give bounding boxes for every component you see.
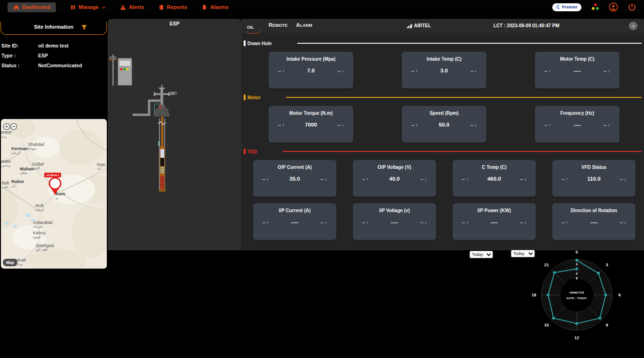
high-limit-indicator: -- ↑ xyxy=(552,220,577,225)
metric-title: Motor Temp (C) xyxy=(535,56,620,62)
metric-value: 3.0 xyxy=(427,68,461,73)
low-limit-indicator: -- ↓ xyxy=(594,68,620,73)
angle-label: 21 xyxy=(544,263,549,267)
tab-oil[interactable]: Oil xyxy=(247,22,260,34)
metric-value: ---- xyxy=(477,219,511,225)
metric-card: Motor Temp (C)-- ↑------ ↓ xyxy=(535,52,620,88)
esp-well-diagram xyxy=(108,19,241,250)
metric-card: VFD Status-- ↑110.0-- ↓ xyxy=(552,160,636,197)
tab-alarm[interactable]: Alarm xyxy=(296,22,312,34)
site-info-row: Type : ESP xyxy=(0,50,107,60)
metric-title: O/P Current (A) xyxy=(253,165,336,170)
nav-item-dashboard[interactable]: Dashboard xyxy=(8,2,56,12)
high-limit-indicator: -- ↑ xyxy=(353,176,378,182)
chevron-down-icon xyxy=(102,5,106,9)
tab-remote[interactable]: Remote xyxy=(269,22,287,34)
section-divider xyxy=(297,43,642,44)
low-limit-indicator: -- ↓ xyxy=(311,176,336,182)
nav-item-alarms[interactable]: Alarms xyxy=(201,4,229,10)
site-info-row: Status : NotCommunicated xyxy=(0,60,107,70)
chart-title: AMMETER xyxy=(569,291,584,294)
report-icon xyxy=(159,4,164,10)
high-limit-indicator: -- ↑ xyxy=(535,122,560,127)
low-limit-indicator: -- ↓ xyxy=(461,122,486,127)
map-zoom-controls[interactable] xyxy=(4,124,17,130)
map-layer-button[interactable]: Map xyxy=(3,259,17,266)
metric-card: I/P Power (KW)-- ↑------ ↓ xyxy=(453,203,536,240)
angle-label: 6 xyxy=(618,293,620,297)
filter-icon[interactable] xyxy=(81,24,87,31)
status-dots-icon[interactable] xyxy=(591,3,599,11)
user-profile-icon[interactable] xyxy=(609,2,618,12)
section-title: Down Hole xyxy=(247,41,272,46)
nav-label: Dashboard xyxy=(22,4,50,10)
ammeter-data-point xyxy=(597,272,600,275)
angle-label: 3 xyxy=(606,263,608,267)
active-tab-underline xyxy=(247,31,260,34)
section-divider xyxy=(283,151,642,152)
low-limit-indicator: -- ↓ xyxy=(311,220,336,225)
metric-value: 50.0 xyxy=(427,122,461,127)
nav-item-alerts[interactable]: Alerts xyxy=(120,4,144,10)
site-info-title: Site Information xyxy=(1,24,106,30)
section-title: Motor xyxy=(247,95,261,100)
metric-value: ---- xyxy=(560,68,594,73)
brand-name: Premier xyxy=(562,5,578,9)
high-limit-indicator: -- ↑ xyxy=(402,122,427,127)
low-limit-indicator: -- ↓ xyxy=(611,176,636,182)
ammeter-data-point xyxy=(575,322,578,325)
low-limit-indicator: -- ↓ xyxy=(411,176,436,182)
nav-label: Manage xyxy=(79,4,99,10)
metric-card: Intake Pressure (Mpa)-- ↑7.0-- ↓ xyxy=(269,52,353,88)
high-limit-indicator: -- ↑ xyxy=(253,176,278,182)
power-icon[interactable] xyxy=(628,3,636,12)
ammeter-data-point xyxy=(598,317,601,319)
angle-label: 9 xyxy=(606,323,608,327)
field-value: NotCommunicated xyxy=(38,63,106,68)
metric-card: I/P Current (A)-- ↑------ ↓ xyxy=(253,203,336,240)
low-limit-indicator: -- ↓ xyxy=(461,68,486,73)
section-divider xyxy=(286,97,642,98)
site-location-map[interactable]: arandزرندShahdadشهدادKermanكرمانardsirبر… xyxy=(1,119,107,269)
section-title: VSD xyxy=(247,149,257,154)
angle-label: 12 xyxy=(574,335,579,340)
network-status: AIRTEL xyxy=(407,23,431,28)
low-limit-indicator: -- ↓ xyxy=(411,220,436,225)
metric-value: 7000 xyxy=(294,122,328,127)
metric-card: C Temp (C)-- ↑460.0-- ↓ xyxy=(453,160,536,197)
high-limit-indicator: -- ↑ xyxy=(269,122,294,127)
site-pin-badge[interactable]: oil demo t xyxy=(44,173,61,177)
high-limit-indicator: -- ↑ xyxy=(453,220,477,225)
metric-value: 40.0 xyxy=(378,176,411,182)
nav-item-reports[interactable]: Reports xyxy=(159,4,187,10)
low-limit-indicator: -- ↓ xyxy=(328,68,353,73)
metric-value: ---- xyxy=(560,122,594,127)
field-label: Site ID: xyxy=(1,43,38,48)
field-value: oil demo test xyxy=(38,43,106,48)
metric-title: Speed (Rpm) xyxy=(402,111,486,116)
ammeter-data-point xyxy=(553,271,556,274)
metric-title: O/P Voltage (V) xyxy=(353,165,436,170)
alarm-bell-icon xyxy=(201,4,207,10)
section-color-bar xyxy=(244,149,246,154)
high-limit-indicator: -- ↑ xyxy=(453,176,477,182)
section-color-bar xyxy=(244,95,246,100)
top-navbar: Dashboard Manage Alerts Reports Alarms P… xyxy=(0,0,644,14)
site-pin-icon[interactable] xyxy=(49,178,61,195)
metric-title: Direction of Rotation xyxy=(552,208,636,213)
nav-right-cluster: Premier xyxy=(552,2,644,12)
site-sidebar: Site Information Site ID: oil demo test … xyxy=(0,19,107,250)
metric-card: O/P Voltage (V)-- ↑40.0-- ↓ xyxy=(353,160,436,197)
metric-title: I/P Power (KW) xyxy=(453,208,536,213)
low-limit-indicator: -- ↓ xyxy=(594,122,620,127)
section-color-bar xyxy=(244,40,246,46)
low-limit-indicator: -- ↓ xyxy=(511,176,536,182)
metric-cards-row: Intake Pressure (Mpa)-- ↑7.0-- ↓Intake T… xyxy=(269,52,644,88)
period-select-left[interactable]: Today xyxy=(469,251,493,258)
nav-item-manage[interactable]: Manage xyxy=(70,4,106,10)
high-limit-indicator: -- ↑ xyxy=(253,220,278,225)
metric-title: VFD Status xyxy=(552,165,636,170)
nav-label: Alerts xyxy=(129,4,144,10)
next-site-button[interactable]: › xyxy=(629,22,637,30)
field-label: Type : xyxy=(1,53,38,58)
